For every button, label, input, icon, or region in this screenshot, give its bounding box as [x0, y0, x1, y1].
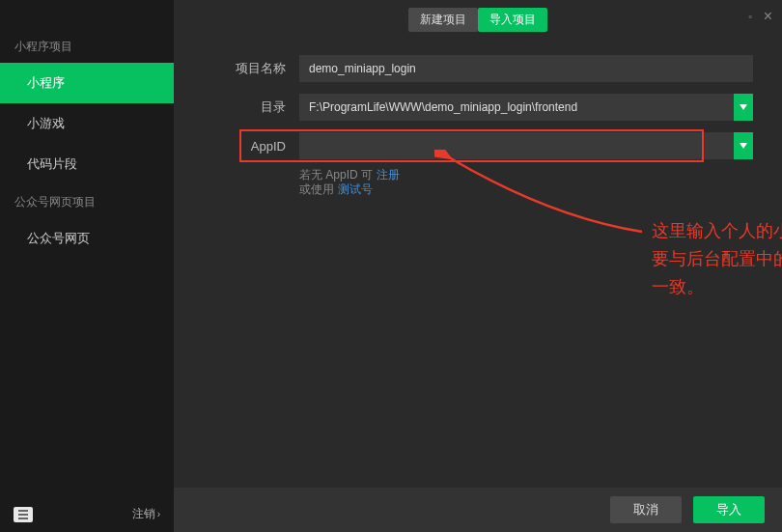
annotation-text: 这里输入个人的小程序Appid，要与后台配置中的小程序Appid一致。 — [652, 217, 782, 300]
hint-testid-text: 或使用 — [299, 182, 334, 198]
register-link[interactable]: 注册 — [377, 167, 400, 183]
project-name-label: 项目名称 — [174, 60, 299, 77]
import-button[interactable]: 导入 — [693, 496, 765, 523]
sidebar-item-miniapp[interactable]: 小程序 — [0, 63, 174, 103]
sidebar-section-miniapp: 小程序项目 — [0, 29, 174, 63]
tab-new-project[interactable]: 新建项目 — [408, 8, 478, 32]
settings-icon[interactable] — [14, 507, 33, 522]
sidebar-item-webpage[interactable]: 公众号网页 — [0, 218, 174, 259]
appid-label: AppID — [174, 139, 299, 154]
bottom-bar: 取消 导入 — [174, 488, 782, 532]
appid-input[interactable] — [299, 132, 734, 159]
dir-input[interactable] — [299, 94, 734, 121]
sidebar-item-snippet[interactable]: 代码片段 — [0, 144, 174, 184]
sidebar-item-minigame[interactable]: 小游戏 — [0, 103, 174, 144]
chevron-right-icon: › — [157, 509, 160, 519]
project-name-input[interactable] — [299, 55, 753, 82]
test-id-link[interactable]: 测试号 — [338, 182, 373, 198]
close-icon[interactable]: × — [764, 8, 772, 25]
dir-label: 目录 — [174, 98, 299, 116]
top-tabs: 新建项目 导入项目 — [174, 0, 782, 45]
sidebar: 小程序项目 小程序 小游戏 代码片段 公众号网页项目 公众号网页 注销 › — [0, 0, 174, 532]
sidebar-section-webpage: 公众号网页项目 — [0, 184, 174, 218]
import-form: 项目名称 目录 AppID 若无 AppID 可 注册 — [174, 45, 782, 200]
logout-label: 注销 — [132, 506, 155, 522]
pin-icon[interactable]: ⚬ — [746, 12, 754, 22]
appid-dropdown-button[interactable] — [734, 132, 753, 159]
cancel-button[interactable]: 取消 — [610, 496, 682, 523]
tab-import-project[interactable]: 导入项目 — [478, 8, 547, 32]
chevron-down-icon — [740, 143, 747, 149]
dir-browse-button[interactable] — [734, 94, 753, 121]
logout-button[interactable]: 注销 › — [132, 506, 160, 522]
main-panel: 新建项目 导入项目 项目名称 目录 AppID — [174, 0, 782, 532]
chevron-down-icon — [740, 104, 747, 110]
